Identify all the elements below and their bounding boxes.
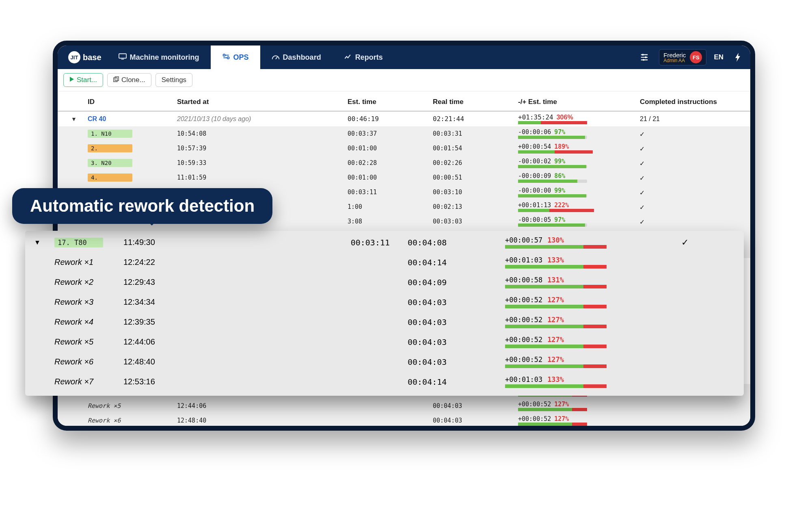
row-started: 10:57:39 <box>175 143 346 153</box>
row-est: 00:03:11 <box>346 187 431 197</box>
row-real: 00:01:54 <box>431 143 516 153</box>
svg-rect-7 <box>114 78 117 82</box>
rework-label: Rework ×3 <box>53 296 122 308</box>
row-delta: +00:00:52127% <box>518 415 637 423</box>
rework-row: Rework ×6 12:48:40 00:04:03 +00:00:52127… <box>58 413 750 428</box>
brand-name: base <box>83 53 102 62</box>
overlay-head-started: 11:49:30 <box>122 236 203 248</box>
caret-icon[interactable]: ▼ <box>32 238 53 247</box>
summary-id[interactable]: CR 40 <box>88 115 106 122</box>
start-label: Start... <box>77 76 97 84</box>
row-delta: +00:01:03133% <box>505 375 656 388</box>
svg-rect-0 <box>119 54 126 58</box>
nav-right: Frederic Admin AA FS EN <box>637 49 745 65</box>
row-delta: +00:00:52127% <box>505 336 656 348</box>
table-row[interactable]: 2. 10:57:39 00:01:00 00:01:54 +00:00:54 … <box>58 141 750 156</box>
rework-label: Rework ×7 <box>86 430 175 431</box>
row-delta: +00:00:52127% <box>518 401 637 408</box>
check-icon: ✓ <box>638 158 728 169</box>
overlay-head-delta: +00:00:57130% <box>505 236 656 249</box>
caret-icon[interactable] <box>62 147 86 150</box>
caret-icon[interactable]: ▼ <box>62 115 86 124</box>
col-delta: -/+ Est. time <box>516 97 638 107</box>
row-real: 00:04:03 <box>406 316 503 328</box>
bolt-icon[interactable] <box>731 50 745 65</box>
table-row[interactable]: 3. N20 10:59:33 00:02:28 00:02:26 -00:00… <box>58 156 750 170</box>
caret-icon[interactable] <box>62 162 86 164</box>
row-delta: +00:01:03133% <box>518 430 637 431</box>
row-started: 12:48:40 <box>122 356 203 368</box>
row-delta: -00:00:02 99% <box>518 158 637 165</box>
filters-icon[interactable] <box>637 50 652 65</box>
table-row[interactable]: 4. 11:01:59 00:01:00 00:00:51 -00:00:09 … <box>58 170 750 185</box>
row-real: 00:04:09 <box>406 276 503 288</box>
nav-tab-reports[interactable]: Reports <box>333 46 394 69</box>
rework-label: Rework ×6 <box>86 416 175 425</box>
start-button[interactable]: Start... <box>63 73 103 87</box>
nav-tab-label: Dashboard <box>283 53 321 62</box>
row-real: 00:04:14 <box>431 430 516 431</box>
row-delta: +00:00:52127% <box>505 316 656 328</box>
row-started: 12:48:40 <box>175 416 346 425</box>
summary-row[interactable]: ▼ CR 40 2021/10/13 (10 days ago) 00:46:1… <box>58 111 750 126</box>
rework-row: Rework ×7 12:53:16 00:04:14 +00:01:03133… <box>58 428 750 431</box>
row-est: 00:03:37 <box>346 129 431 139</box>
row-real: 00:02:26 <box>431 158 516 168</box>
row-real: 00:03:10 <box>431 187 516 197</box>
language-switch[interactable]: EN <box>714 53 723 61</box>
rework-row: Rework ×6 12:48:40 00:04:03 +00:00:52127… <box>25 352 744 372</box>
rework-row: Rework ×5 12:44:06 00:04:03 +00:00:52127… <box>25 332 744 352</box>
row-delta: +00:01:03133% <box>505 256 656 269</box>
row-est: 00:01:00 <box>346 143 431 153</box>
svg-rect-1 <box>121 59 124 59</box>
rework-row: Rework ×5 12:44:06 00:04:03 +00:00:52127… <box>58 399 750 413</box>
rework-row: Rework ×3 12:34:34 00:04:03 +00:00:52127… <box>25 292 744 312</box>
row-started: 12:44:06 <box>122 336 203 348</box>
svg-point-5 <box>645 56 647 58</box>
nav-tab-ops[interactable]: OPS <box>211 46 260 69</box>
nav-tab-machine-monitoring[interactable]: Machine monitoring <box>107 46 211 69</box>
ops-icon <box>222 53 230 62</box>
row-started: 12:29:43 <box>122 276 203 288</box>
row-real: 00:04:03 <box>406 336 503 348</box>
settings-button[interactable]: Settings <box>155 73 192 87</box>
row-delta: +00:01:13 222% <box>518 202 637 209</box>
check-icon: ✓ <box>638 202 728 212</box>
summary-delta: +01:35:24 306% <box>518 113 637 121</box>
user-name: Frederic <box>663 52 686 58</box>
row-id: 2. <box>88 144 132 152</box>
settings-label: Settings <box>162 76 186 84</box>
brand-logo: JIT base <box>63 51 107 63</box>
row-est: 1:00 <box>346 202 431 212</box>
overlay-head-row[interactable]: ▼ 17. T80 11:49:30 00:03:11 00:04:08 +00… <box>25 232 744 252</box>
row-delta: -00:00:06 97% <box>518 128 637 136</box>
caret-icon[interactable] <box>62 176 86 179</box>
feature-callout: Automatic rework detection <box>12 188 272 224</box>
col-started: Started at <box>175 97 346 107</box>
rework-label: Rework ×4 <box>53 316 122 328</box>
caret-icon[interactable] <box>62 132 86 135</box>
avatar: FS <box>690 51 702 63</box>
toolbar: Start... Clone... Settings <box>58 69 750 91</box>
rework-label: Rework ×7 <box>53 376 122 388</box>
row-real: 00:04:03 <box>406 356 503 368</box>
summary-est: 00:46:19 <box>346 114 431 124</box>
user-menu[interactable]: Frederic Admin AA FS <box>659 49 706 65</box>
table-row[interactable]: 1. N10 10:54:08 00:03:37 00:03:31 -00:00… <box>58 126 750 141</box>
row-real: 00:04:14 <box>406 256 503 269</box>
overlay-head-real: 00:04:08 <box>406 236 503 249</box>
reports-icon <box>344 53 352 62</box>
nav-tab-label: Machine monitoring <box>130 53 199 62</box>
nav-tab-dashboard[interactable]: Dashboard <box>260 46 333 69</box>
clone-icon <box>113 76 119 84</box>
top-navbar: JIT base Machine monitoring OPS Dashbo <box>58 46 750 69</box>
check-icon: ✓ <box>638 128 728 139</box>
row-real: 00:04:03 <box>431 401 516 411</box>
clone-button[interactable]: Clone... <box>107 73 151 87</box>
overlay-head-est: 00:03:11 <box>203 236 406 249</box>
svg-point-3 <box>227 56 229 59</box>
summary-started-note: (10 days ago) <box>212 115 251 122</box>
row-started: 12:24:22 <box>122 256 203 268</box>
row-started: 12:53:16 <box>122 376 203 388</box>
rework-label: Rework ×5 <box>53 336 122 348</box>
